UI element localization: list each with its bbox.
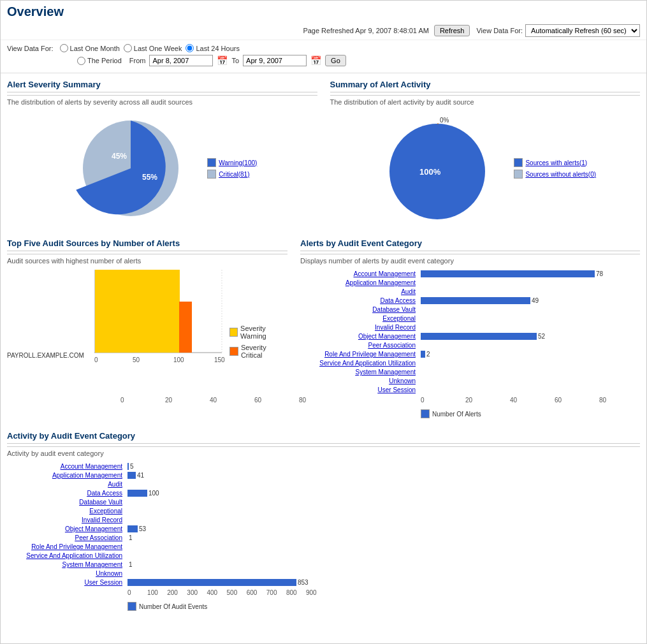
hbar-row: Object Management 53	[7, 525, 640, 533]
hbar-row: User Session	[300, 386, 640, 394]
hbar-row: Role And Privilege Management	[7, 543, 640, 551]
hbar-row: System Management 1	[7, 560, 640, 569]
top-five-y-labels: PAYROLL.EXAMPLE.COM	[7, 352, 84, 372]
category-link[interactable]: Object Management	[65, 525, 122, 532]
chart-legend: Number Of Audit Events	[127, 602, 640, 611]
alerts-category-title: Alerts by Audit Event Category	[300, 238, 640, 251]
the-period-radio[interactable]: The Period	[77, 57, 122, 65]
hbar-row: Application Management 41	[7, 471, 640, 479]
top-five-grid: 0 50 100 150	[94, 270, 235, 372]
svg-text:0: 0	[94, 356, 98, 363]
from-label: From	[129, 57, 146, 64]
category-link[interactable]: System Management	[62, 561, 123, 568]
category-link[interactable]: Audit	[108, 481, 122, 488]
category-link[interactable]: Data Access	[380, 297, 416, 304]
category-link[interactable]: Service And Application Utilization	[26, 552, 122, 559]
alert-activity-pie: 0% 100%	[374, 111, 501, 226]
category-link[interactable]: User Session	[85, 579, 122, 586]
go-button[interactable]: Go	[325, 55, 346, 66]
top-five-title: Top Five Audit Sources by Number of Aler…	[7, 238, 287, 251]
hbar-row: Account Management 78	[300, 270, 640, 278]
warning-legend-item: Warning(100)	[207, 158, 257, 167]
svg-text:150: 150	[214, 356, 225, 363]
top-five-section: Top Five Audit Sources by Number of Aler…	[7, 238, 287, 418]
category-link[interactable]: Audit	[401, 288, 416, 295]
hbar-row: Service And Application Utilization	[300, 359, 640, 367]
view-data-label: View Data For:	[476, 27, 523, 34]
category-link[interactable]: Service And Application Utilization	[319, 360, 416, 367]
hbar-row: Database Vault	[300, 305, 640, 314]
refresh-text: Page Refreshed Apr 9, 2007 8:48:01 AM	[303, 27, 429, 34]
category-link[interactable]: Account Management	[354, 270, 416, 277]
refresh-button[interactable]: Refresh	[434, 25, 470, 36]
x-axis-labels: 0100200300400500600700800900	[127, 589, 306, 599]
category-link[interactable]: Account Management	[61, 463, 122, 470]
hbar-row: Invalid Record	[7, 516, 640, 524]
category-link[interactable]: Peer Association	[368, 342, 416, 349]
category-link[interactable]: Application Management	[52, 472, 122, 479]
category-link[interactable]: Exceptional	[382, 315, 416, 322]
category-link[interactable]: Peer Association	[75, 534, 123, 541]
alert-activity-pie-container: 0% 100% Sources with alerts(1) Sources w…	[330, 111, 641, 226]
category-link[interactable]: Role And Privilege Management	[31, 543, 122, 550]
chart-legend: Number Of Alerts	[421, 409, 640, 418]
hbar-row: Unknown	[7, 569, 640, 578]
category-link[interactable]: System Management	[356, 369, 416, 376]
activity-chart: Account Management 5 Application Managem…	[7, 462, 640, 611]
category-link[interactable]: Unknown	[389, 377, 416, 384]
severity-critical-legend: Severity Critical	[229, 344, 287, 359]
sources-without-legend-label[interactable]: Sources without alerts(0)	[525, 171, 596, 178]
category-link[interactable]: Object Management	[358, 333, 416, 340]
alert-severity-pie: 45% 55%	[67, 111, 194, 226]
warning-legend-box	[207, 158, 216, 167]
category-link[interactable]: Exceptional	[89, 508, 122, 515]
alert-activity-subtitle: The distribution of alert activity by au…	[330, 98, 641, 106]
svg-text:55%: 55%	[142, 173, 157, 182]
middle-charts-row: Top Five Audit Sources by Number of Aler…	[1, 232, 646, 425]
category-link[interactable]: User Session	[378, 386, 416, 393]
alert-severity-pie-container: 45% 55% Warning(100) Critical(81)	[7, 111, 317, 226]
top-bar: Page Refreshed Apr 9, 2007 8:48:01 AM Re…	[1, 22, 646, 40]
category-link[interactable]: Invalid Record	[375, 324, 416, 331]
to-calendar-icon[interactable]: 📅	[310, 55, 321, 66]
top-charts-row: Alert Severity Summary The distribution …	[1, 73, 646, 232]
payroll-label: PAYROLL.EXAMPLE.COM	[7, 352, 84, 359]
category-link[interactable]: Role And Privilege Management	[324, 351, 416, 358]
to-label: To	[231, 57, 239, 64]
hbar-row: Service And Application Utilization	[7, 552, 640, 560]
hbar-row: Object Management 52	[300, 332, 640, 340]
filter-label: View Data For:	[7, 45, 54, 52]
auto-refresh-dropdown[interactable]: Automatically Refresh (60 sec)	[525, 24, 640, 37]
last-one-month-radio[interactable]: Last One Month	[60, 44, 120, 52]
to-date-input[interactable]	[243, 55, 307, 66]
category-link[interactable]: Invalid Record	[82, 516, 122, 523]
hbar-row: Data Access 49	[300, 296, 640, 305]
svg-text:100%: 100%	[419, 167, 441, 177]
category-link[interactable]: Data Access	[87, 490, 122, 497]
last-one-week-radio[interactable]: Last One Week	[124, 44, 182, 52]
hbar-row: Application Management	[300, 279, 640, 287]
hbar-row: Audit	[7, 480, 640, 488]
category-link[interactable]: Unknown	[96, 570, 122, 577]
hbar-row: Account Management 5	[7, 462, 640, 471]
top-five-subtitle: Audit sources with highest number of ale…	[7, 257, 287, 265]
category-link[interactable]: Database Vault	[372, 306, 416, 313]
sources-with-legend-box	[514, 158, 523, 167]
svg-rect-12	[95, 270, 180, 353]
legend-color-box	[127, 602, 136, 611]
warning-legend-label[interactable]: Warning(100)	[219, 159, 257, 166]
category-link[interactable]: Database Vault	[79, 499, 122, 506]
hbar-row: Database Vault	[7, 498, 640, 506]
sources-without-legend-item: Sources without alerts(0)	[514, 170, 596, 179]
alerts-category-subtitle: Displays number of alerts by audit event…	[300, 257, 640, 265]
hbar-row: Peer Association	[300, 341, 640, 349]
from-date-input[interactable]	[149, 55, 213, 66]
from-calendar-icon[interactable]: 📅	[217, 55, 228, 66]
svg-rect-13	[179, 302, 192, 353]
category-link[interactable]: Application Management	[345, 279, 416, 286]
alerts-category-section: Alerts by Audit Event Category Displays …	[300, 238, 640, 418]
critical-legend-label[interactable]: Critical(81)	[219, 171, 249, 178]
last-24-hours-radio[interactable]: Last 24 Hours	[185, 44, 239, 52]
alert-severity-section: Alert Severity Summary The distribution …	[7, 80, 317, 226]
sources-with-legend-label[interactable]: Sources with alerts(1)	[525, 159, 587, 166]
